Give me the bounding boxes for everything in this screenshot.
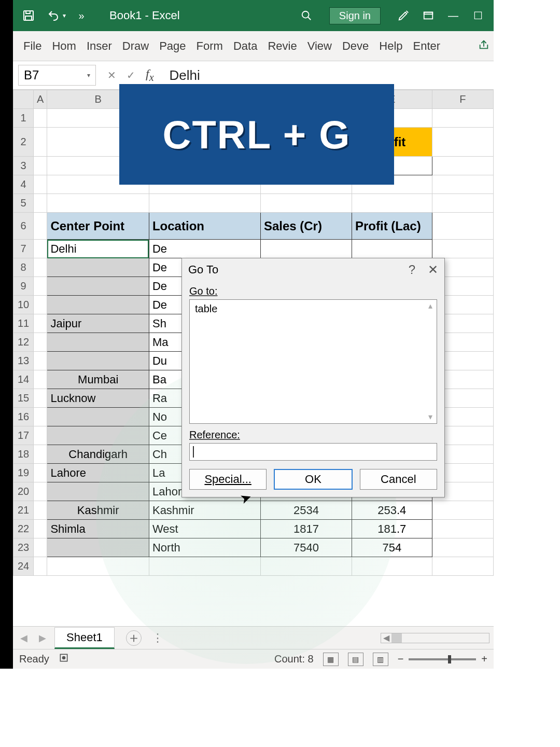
ribbon-tab[interactable]: Revie (262, 31, 302, 61)
zoom-in-icon[interactable]: + (481, 653, 487, 665)
formula-bar-value[interactable]: Delhi (170, 67, 200, 84)
col-header[interactable]: F (432, 90, 493, 109)
ribbon-tab[interactable]: Data (228, 31, 262, 61)
ribbon-tab[interactable]: Help (374, 31, 408, 61)
search-icon[interactable] (296, 5, 317, 26)
reference-input[interactable] (189, 443, 437, 461)
sheet-menu-icon[interactable]: ⋮ (152, 631, 163, 645)
row-header[interactable]: 12 (13, 333, 34, 352)
cell[interactable]: Chandigarh (47, 445, 149, 464)
row-header[interactable]: 21 (13, 501, 34, 520)
sheet-nav-prev-icon[interactable]: ◀ (17, 632, 31, 644)
row-header[interactable]: 23 (13, 538, 34, 557)
close-icon[interactable]: ✕ (428, 262, 438, 277)
add-sheet-icon[interactable]: ＋ (126, 630, 142, 646)
table-header-location[interactable]: Location (149, 213, 260, 240)
row-header[interactable]: 7 (13, 240, 34, 258)
ribbon-tab[interactable]: File (18, 31, 47, 61)
special-button[interactable]: Special... (189, 469, 267, 490)
horizontal-scrollbar[interactable]: ◀ (381, 633, 489, 643)
ok-button[interactable]: OK (274, 469, 352, 490)
cell[interactable] (47, 426, 149, 445)
cell-b7[interactable]: Delhi (47, 240, 149, 258)
ribbon-tab[interactable]: Draw (117, 31, 154, 61)
cell[interactable]: Lucknow (47, 389, 149, 408)
row-header[interactable]: 11 (13, 314, 34, 333)
zoom-out-icon[interactable]: − (398, 653, 404, 665)
cell[interactable]: 7540 (260, 538, 352, 557)
row-header[interactable]: 5 (13, 194, 34, 213)
sign-in-button[interactable]: Sign in (329, 7, 381, 24)
cancel-button[interactable]: Cancel (360, 469, 437, 490)
maximize-icon[interactable]: ☐ (468, 5, 488, 26)
share-icon[interactable] (474, 39, 494, 53)
save-icon[interactable] (18, 5, 39, 26)
row-header[interactable]: 1 (13, 109, 34, 128)
row-header[interactable]: 19 (13, 464, 34, 482)
macro-record-icon[interactable] (59, 653, 69, 666)
row-header[interactable]: 3 (13, 157, 34, 175)
help-icon[interactable]: ? (409, 262, 415, 277)
row-header[interactable]: 10 (13, 296, 34, 314)
ribbon-tab[interactable]: Enter (408, 31, 446, 61)
goto-list-item[interactable]: table (195, 303, 217, 314)
cell[interactable]: 1817 (260, 520, 352, 538)
cell[interactable]: Jaipur (47, 314, 149, 333)
cell[interactable] (47, 538, 149, 557)
sheet-nav-next-icon[interactable]: ▶ (36, 632, 49, 644)
enter-formula-icon[interactable]: ✓ (127, 69, 135, 81)
sheet-tab[interactable]: Sheet1 (54, 627, 115, 649)
normal-view-icon[interactable]: ▦ (323, 653, 339, 666)
row-header[interactable]: 17 (13, 426, 34, 445)
cell[interactable] (47, 352, 149, 370)
cell[interactable] (47, 482, 149, 501)
cell[interactable]: 181.7 (352, 520, 432, 538)
cell[interactable] (47, 296, 149, 314)
cell[interactable]: Lahore (47, 464, 149, 482)
cell[interactable]: 754 (352, 538, 432, 557)
row-header[interactable]: 4 (13, 175, 34, 194)
ribbon-tab[interactable]: Page (154, 31, 191, 61)
cell[interactable]: Shimla (47, 520, 149, 538)
undo-icon[interactable] (43, 5, 64, 26)
goto-listbox[interactable]: table ▴ ▾ (189, 299, 437, 424)
cell[interactable] (47, 277, 149, 296)
cell[interactable]: Kashmir (47, 501, 149, 520)
row-header[interactable]: 22 (13, 520, 34, 538)
row-header[interactable]: 20 (13, 482, 34, 501)
ribbon-tab[interactable]: Inser (81, 31, 117, 61)
more-commands-icon[interactable]: » (71, 5, 92, 26)
table-header-sales[interactable]: Sales (Cr) (260, 213, 352, 240)
fx-icon[interactable]: fx (146, 67, 154, 84)
row-header[interactable]: 16 (13, 408, 34, 426)
row-header[interactable]: 18 (13, 445, 34, 464)
minimize-icon[interactable]: — (443, 5, 464, 26)
ribbon-tab[interactable]: View (302, 31, 337, 61)
cell[interactable]: Mumbai (47, 370, 149, 389)
row-header[interactable]: 9 (13, 277, 34, 296)
coming-soon-icon[interactable] (393, 5, 414, 26)
ribbon-tab[interactable]: Hom (47, 31, 81, 61)
ribbon-tab[interactable]: Form (191, 31, 228, 61)
ribbon-display-icon[interactable] (418, 5, 439, 26)
cell[interactable]: De (149, 240, 260, 258)
row-header[interactable]: 13 (13, 352, 34, 370)
row-header[interactable]: 8 (13, 258, 34, 277)
scroll-down-icon[interactable]: ▾ (425, 412, 436, 422)
page-break-view-icon[interactable]: ▥ (373, 653, 388, 666)
cell[interactable]: North (149, 538, 260, 557)
chevron-down-icon[interactable]: ▾ (87, 72, 90, 79)
row-header[interactable]: 2 (13, 128, 34, 157)
undo-dropdown-icon[interactable]: ▾ (63, 12, 66, 19)
cell[interactable]: West (149, 520, 260, 538)
table-header-profit[interactable]: Profit (Lac) (352, 213, 432, 240)
ribbon-tab[interactable]: Deve (337, 31, 374, 61)
zoom-control[interactable]: − + (398, 653, 487, 665)
table-header-center[interactable]: Center Point (47, 213, 149, 240)
cell[interactable] (47, 333, 149, 352)
col-header[interactable]: A (34, 90, 47, 109)
row-header[interactable]: 14 (13, 370, 34, 389)
cell[interactable]: 2534 (260, 501, 352, 520)
zoom-slider[interactable] (409, 658, 476, 660)
row-header[interactable]: 24 (13, 557, 34, 576)
